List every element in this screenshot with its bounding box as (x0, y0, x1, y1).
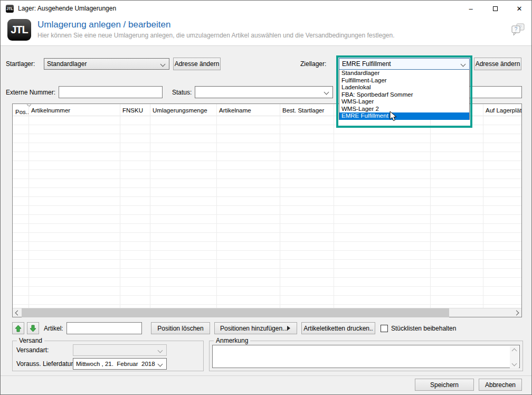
status-select[interactable] (195, 86, 333, 98)
help-bubbles-icon[interactable]: ? ? (510, 23, 525, 39)
versand-group-label: Versand (17, 337, 44, 344)
positionen-hinzufuegen-label: Positionen hinzufügen... (220, 325, 288, 332)
versandart-label: Versandart: (16, 344, 49, 356)
app-window: JTL Lager: Ausgehende Umlagerungen – ✕ J… (0, 0, 532, 395)
ziellager-option[interactable]: Ladenlokal (339, 84, 469, 91)
ziellager-label: Ziellager: (300, 58, 326, 70)
externe-nummer-label: Externe Nummer: (6, 87, 55, 98)
chevron-down-icon (324, 90, 329, 95)
scroll-down-icon[interactable] (512, 361, 517, 366)
ziellager-option[interactable]: WMS-Lager (339, 98, 469, 106)
arrow-up-icon (15, 325, 22, 332)
titlebar: JTL Lager: Ausgehende Umlagerungen – ✕ (1, 1, 531, 16)
startlager-select[interactable]: Standardlager (44, 58, 169, 70)
positionen-hinzufuegen-button[interactable]: Positionen hinzufügen... (214, 322, 297, 334)
abbrechen-button[interactable]: Abbrechen (479, 379, 522, 391)
maximize-button[interactable] (483, 1, 507, 16)
adresse-aendern-start-button[interactable]: Adresse ändern (173, 58, 221, 70)
column-header-umlagerungsmenge[interactable]: Umlagerungsmenge (150, 104, 216, 116)
ziellager-select[interactable]: EMRE Fulfillment (339, 58, 470, 70)
jtl-logo: JTL (7, 19, 31, 41)
ziellager-option[interactable]: Standardlager (339, 70, 469, 77)
scroll-left-icon[interactable] (13, 308, 22, 317)
submenu-arrow-icon (287, 326, 290, 331)
startlager-value: Standardlager (47, 60, 87, 68)
svg-text:?: ? (515, 26, 518, 32)
page-subtitle: Hier können Sie eine neue Umlagerung anl… (37, 32, 394, 39)
artikeletiketten-drucken-button[interactable]: Artikeletiketten drucken.. (301, 322, 375, 334)
position-loeschen-button[interactable]: Position löschen (151, 322, 210, 334)
close-button[interactable]: ✕ (507, 1, 531, 16)
anmerkung-textarea[interactable] (212, 345, 520, 368)
scroll-right-icon[interactable] (512, 308, 521, 317)
externe-nummer-input[interactable] (59, 86, 163, 98)
lieferdatum-value: Mittwoch , 21. Februar 2018 (76, 361, 155, 367)
artikel-label: Artikel: (44, 323, 63, 334)
stuecklisten-label: Stücklisten beibehalten (391, 323, 456, 334)
startlager-label: Startlager: (6, 58, 35, 70)
mouse-cursor (390, 111, 398, 125)
maximize-icon (493, 6, 498, 11)
ziellager-option[interactable]: WMS-Lager 2 (339, 106, 469, 113)
minimize-button[interactable]: – (459, 1, 483, 16)
chevron-down-icon (158, 348, 163, 353)
column-header-best-startlager[interactable]: Best. Startlager (280, 104, 334, 116)
chevron-down-icon (461, 62, 466, 67)
chevron-down-icon (160, 62, 166, 67)
horizontal-scrollbar[interactable] (13, 308, 521, 317)
positions-table[interactable]: Pos... Artikelnummer FNSKU Umlagerungsme… (12, 104, 522, 317)
move-down-button[interactable] (27, 322, 39, 334)
arrow-down-icon (30, 325, 36, 332)
speichern-button[interactable]: Speichern (415, 379, 474, 391)
lieferdatum-label: Vorauss. Lieferdatum: (16, 358, 78, 370)
scrollbar-thumb[interactable] (22, 308, 449, 317)
app-icon: JTL (6, 5, 14, 13)
ziellager-option[interactable]: Fulfillment-Lager (339, 77, 469, 84)
page-header: JTL Umlagerung anlegen / bearbeiten Hier… (1, 16, 531, 46)
stuecklisten-checkbox[interactable] (381, 325, 388, 332)
page-title: Umlagerung anlegen / bearbeiten (37, 20, 170, 30)
table-body-empty (13, 116, 521, 309)
versandart-select[interactable] (73, 344, 167, 356)
status-label: Status: (172, 87, 192, 98)
column-header-artikelnummer[interactable]: Artikelnummer (28, 104, 120, 116)
anmerkung-group-label: Anmerkung (214, 337, 250, 344)
column-header-artikelname[interactable]: Artikelname (216, 104, 280, 116)
ziellager-value: EMRE Fulfillment (342, 60, 391, 68)
ziellager-option-selected[interactable]: EMRE Fulfillment (339, 112, 469, 120)
column-header-auf-lagerplaetze[interactable]: Auf Lagerplätze (483, 104, 521, 116)
textarea-scrollbar[interactable] (510, 346, 519, 368)
window-title: Lager: Ausgehende Umlagerungen (18, 5, 116, 12)
move-up-button[interactable] (12, 322, 24, 334)
artikel-input[interactable] (66, 322, 142, 334)
ziellager-dropdown-list[interactable]: Standardlager Fulfillment-Lager Ladenlok… (339, 70, 470, 120)
column-header-fnsku[interactable]: FNSKU (120, 104, 150, 116)
scroll-up-icon[interactable] (512, 349, 517, 354)
chevron-down-icon (158, 362, 163, 367)
ziellager-option[interactable]: FBA: Sportbedarf Sommer (339, 91, 469, 99)
lieferdatum-picker[interactable]: Mittwoch , 21. Februar 2018 (73, 358, 167, 370)
adresse-aendern-ziel-button[interactable]: Adresse ändern (474, 58, 521, 70)
footer-divider (1, 375, 531, 376)
